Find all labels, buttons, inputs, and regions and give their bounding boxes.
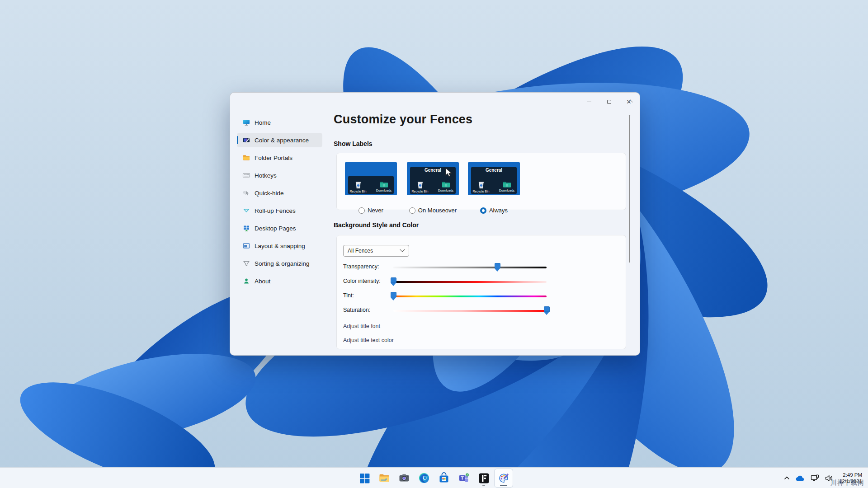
active-indicator <box>500 485 507 486</box>
fence-selector-dropdown[interactable]: All Fences <box>343 245 409 257</box>
file-explorer-button[interactable] <box>375 469 393 487</box>
background-style-card: All Fences Transparency: Color intensity… <box>336 235 626 349</box>
fences-app-button[interactable] <box>475 469 493 487</box>
radio-never[interactable]: Never <box>345 207 397 214</box>
radio-always[interactable]: Always <box>468 207 520 214</box>
fence-preview-never[interactable]: Recycle Bin Downloads <box>345 162 397 195</box>
radio-on-mouseover[interactable]: On Mouseover <box>407 207 459 214</box>
color-intensity-handle[interactable] <box>391 277 396 283</box>
transparency-track[interactable] <box>393 267 547 268</box>
downloads-folder-icon: Downloads <box>436 181 456 193</box>
clock-time: 2:49 PM <box>839 472 862 478</box>
adjust-title-text-color-link[interactable]: Adjust title text color <box>343 337 394 343</box>
show-labels-option-never: Recycle Bin Downloads Never <box>345 162 397 195</box>
scrollbar-thumb[interactable] <box>629 115 630 263</box>
tint-handle[interactable] <box>391 292 396 297</box>
saturation-track[interactable] <box>393 310 547 312</box>
camera-button[interactable] <box>395 469 413 487</box>
radio-circle[interactable] <box>409 207 415 214</box>
tint-track[interactable] <box>393 296 547 297</box>
teams-icon <box>458 472 470 484</box>
show-labels-card: Recycle Bin Downloads Never <box>336 153 626 210</box>
file-explorer-icon <box>378 472 390 484</box>
adjust-title-font-link[interactable]: Adjust title font <box>343 323 380 329</box>
saturation-handle[interactable] <box>544 306 550 312</box>
fences-f-icon <box>478 473 490 484</box>
transparency-handle[interactable] <box>495 263 500 268</box>
slider-transparency: Transparency: <box>337 263 626 272</box>
color-intensity-track[interactable] <box>393 281 547 283</box>
recycle-bin-icon: Recycle Bin <box>348 181 368 193</box>
fences-settings-window: ✕ Home Color & appearance Fo <box>230 92 640 356</box>
screen: ✕ Home Color & appearance Fo <box>0 0 868 488</box>
recycle-bin-icon: Recycle Bin <box>410 181 430 193</box>
teams-button[interactable] <box>455 469 473 487</box>
taskbar-center-icons <box>355 468 513 488</box>
microsoft-store-icon <box>438 472 450 484</box>
taskbar: 2:49 PM 12/1/2021 <box>0 467 868 488</box>
watermark-text: 川神下载网 <box>830 479 864 487</box>
mouse-cursor <box>445 168 453 179</box>
palette-icon <box>498 472 510 484</box>
radio-circle[interactable] <box>359 207 365 214</box>
show-labels-heading: Show Labels <box>334 140 373 147</box>
edge-icon <box>418 472 430 484</box>
recycle-bin-icon: Recycle Bin <box>471 181 491 193</box>
start-icon <box>359 473 370 484</box>
network-ethernet-icon[interactable] <box>811 474 819 482</box>
background-style-heading: Background Style and Color <box>334 221 419 229</box>
fence-title: General <box>471 167 517 173</box>
downloads-folder-icon: Downloads <box>497 181 517 193</box>
fence-panel: Recycle Bin Downloads <box>348 176 394 194</box>
slider-saturation: Saturation: <box>337 306 626 316</box>
onedrive-cloud-icon[interactable] <box>796 475 805 481</box>
camera-icon <box>398 472 410 484</box>
fence-panel: General Recycle Bin Downloads <box>471 167 517 194</box>
page-title: Customize your Fences <box>334 113 472 127</box>
slider-color-intensity: Color intensity: <box>337 277 626 287</box>
slider-tint: Tint: <box>337 291 626 301</box>
settings-content: Customize your Fences Show Labels Recycl… <box>230 93 640 355</box>
fence-preview-always[interactable]: General Recycle Bin Downloads <box>468 162 520 195</box>
microsoft-store-button[interactable] <box>435 469 453 487</box>
radio-circle[interactable] <box>480 207 486 214</box>
scrollbar-up-icon[interactable] <box>627 99 632 104</box>
start-button[interactable] <box>355 469 373 487</box>
downloads-folder-icon: Downloads <box>374 181 394 193</box>
edge-button[interactable] <box>415 469 433 487</box>
show-labels-option-always: General Recycle Bin Downloads <box>468 162 520 195</box>
running-indicator <box>482 485 485 486</box>
fence-selector-value: All Fences <box>344 248 401 254</box>
hidden-icons-chevron-icon[interactable] <box>784 476 790 480</box>
chevron-down-icon <box>400 247 405 252</box>
fences-customize-button-active[interactable] <box>495 469 513 487</box>
